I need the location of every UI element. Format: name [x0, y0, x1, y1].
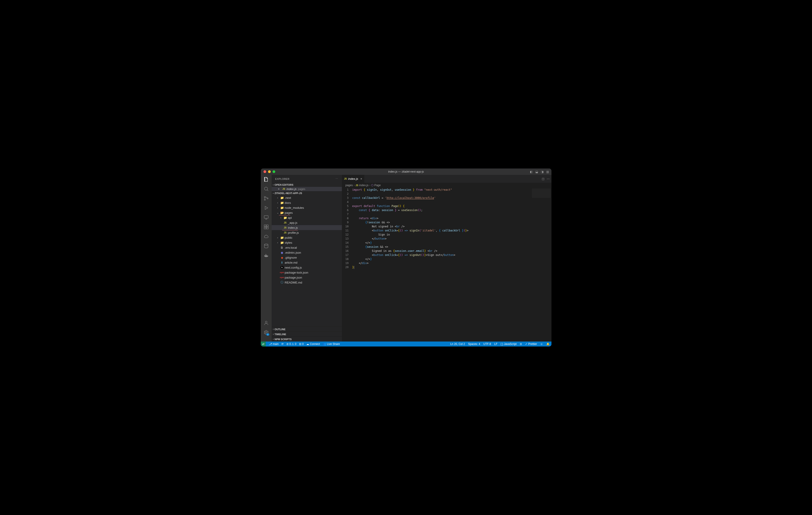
svg-point-2 — [264, 199, 265, 201]
cloud-icon[interactable] — [263, 234, 269, 239]
indentation[interactable]: Spaces: 4 — [468, 342, 480, 345]
svg-rect-5 — [264, 225, 266, 227]
npm-scripts-section[interactable]: ›NPM SCRIPTS — [272, 337, 342, 341]
split-editor-icon[interactable]: ◫ — [542, 177, 545, 181]
vscode-window: index.js — zitadel-next-app-js ◧ ⬓ ◨ ▥ 1 — [261, 169, 551, 346]
eslint-icon[interactable]: ⊝ — [520, 342, 522, 345]
tree-item-pages[interactable]: ⌄📂pages — [272, 210, 342, 215]
svg-rect-6 — [266, 225, 268, 227]
tree-item--app-js[interactable]: JS_app.js — [272, 220, 342, 225]
toggle-left-panel-icon[interactable]: ◧ — [529, 170, 533, 173]
run-debug-icon[interactable] — [263, 205, 269, 211]
database-icon[interactable] — [263, 243, 269, 249]
titlebar[interactable]: index.js — zitadel-next-app-js ◧ ⬓ ◨ ▥ — [261, 169, 551, 175]
svg-point-0 — [264, 187, 267, 190]
svg-point-14 — [265, 321, 267, 323]
traffic-lights — [263, 170, 275, 173]
editor-area[interactable]: 1234567891011121314151617181920 import {… — [342, 188, 551, 341]
minimap[interactable] — [531, 188, 551, 341]
tree-item-package-lock-json[interactable]: npmpackage-lock.json — [272, 270, 342, 275]
docker-icon[interactable] — [263, 253, 269, 258]
tree-item-readme-md[interactable]: ⓘREADME.md — [272, 280, 342, 285]
open-editor-name: index.js — [287, 187, 296, 191]
git-branch[interactable]: ⎇ main — [269, 342, 279, 345]
svg-rect-10 — [265, 255, 265, 256]
editor-group: JS index.js × ◫ ⋯ pages› JS index.js› ⬡ … — [342, 175, 551, 341]
svg-rect-4 — [264, 216, 268, 218]
open-editors-section[interactable]: ›OPEN EDITORS — [272, 183, 342, 187]
customize-layout-icon[interactable]: ▥ — [546, 170, 550, 173]
layout-controls: ◧ ⬓ ◨ ▥ — [529, 170, 550, 173]
cursor-position[interactable]: Ln 20, Col 2 — [450, 342, 465, 345]
tree-item-index-js[interactable]: JSindex.js — [272, 225, 342, 230]
js-icon: JS — [283, 188, 285, 190]
feedback-icon[interactable]: ☺ — [540, 342, 543, 345]
ports[interactable]: ⊟ 0 — [299, 342, 303, 345]
remote-indicator[interactable]: ⇄ — [261, 341, 266, 346]
toggle-right-panel-icon[interactable]: ◨ — [540, 170, 544, 173]
more-actions-icon[interactable]: ⋯ — [547, 177, 550, 181]
toggle-bottom-panel-icon[interactable]: ⬓ — [535, 170, 539, 173]
tab-bar: JS index.js × ◫ ⋯ — [342, 175, 551, 183]
sync-icon[interactable]: ⟳ — [281, 342, 284, 345]
encoding[interactable]: UTF-8 — [483, 342, 491, 345]
svg-point-15 — [265, 332, 267, 333]
search-icon[interactable] — [263, 186, 269, 191]
more-icon[interactable]: ⋯ — [336, 177, 338, 180]
svg-rect-11 — [265, 255, 266, 256]
open-editor-item[interactable]: × JS index.js pages — [272, 187, 342, 191]
tree-item--gitignore[interactable]: ◆.gitignore — [272, 255, 342, 260]
source-control-icon[interactable] — [263, 196, 269, 201]
extensions-icon[interactable] — [263, 224, 269, 230]
settings-icon[interactable]: 1 — [263, 330, 269, 335]
language-mode[interactable]: { } JavaScript — [500, 342, 517, 345]
tree-item--eslintrc-json[interactable]: ◉.eslintrc.json — [272, 250, 342, 255]
js-icon: JS — [344, 178, 347, 180]
tab-index-js[interactable]: JS index.js × — [342, 175, 365, 183]
timeline-section[interactable]: ›TIMELINE — [272, 332, 342, 337]
status-bar: ⇄ ⎇ main ⟳ ⊘ 0 ⚠ 0 ⊟ 0 ☁ Connect 👥 Live … — [261, 341, 551, 346]
maximize-icon[interactable] — [272, 170, 275, 173]
explorer-header: EXPLORER ⋯ — [272, 175, 342, 183]
prettier[interactable]: ✓ Prettier — [525, 342, 537, 345]
tree-item-node-modules[interactable]: ›📁node_modules — [272, 205, 342, 210]
tree-item-next-config-js[interactable]: Nnext.config.js — [272, 265, 342, 270]
svg-rect-8 — [266, 227, 268, 229]
svg-point-9 — [264, 244, 268, 245]
project-section[interactable]: ›ZITADEL-NEXT-APP-JS — [272, 191, 342, 195]
code-content[interactable]: import { signIn, signOut, useSession } f… — [352, 188, 531, 341]
remote-explorer-icon[interactable] — [263, 215, 269, 220]
file-tree: ›📁.next›📁docs›📁node_modules⌄📂pages›📁apiJ… — [272, 195, 342, 327]
tree-item--next[interactable]: ›📁.next — [272, 195, 342, 200]
tree-item-public[interactable]: ›📁public — [272, 235, 342, 240]
eol[interactable]: LF — [494, 342, 497, 345]
svg-rect-7 — [264, 227, 266, 229]
close-icon[interactable] — [263, 170, 266, 173]
activity-bar: 1 — [261, 175, 272, 341]
tree-item--env-local[interactable]: 🗎.env.local — [272, 245, 342, 250]
breadcrumb[interactable]: pages› JS index.js› ⬡ Page — [342, 183, 551, 188]
open-editor-path: pages — [298, 187, 306, 191]
tree-item-styles[interactable]: ›📁styles — [272, 240, 342, 245]
tree-item-article-md[interactable]: ⬇article.md — [272, 260, 342, 265]
account-icon[interactable] — [263, 320, 269, 326]
tree-item-docs[interactable]: ›📁docs — [272, 200, 342, 205]
explorer-icon[interactable] — [263, 177, 269, 182]
sidebar: EXPLORER ⋯ ›OPEN EDITORS × JS index.js p… — [272, 175, 342, 341]
tree-item-package-json[interactable]: npmpackage.json — [272, 275, 342, 280]
svg-point-1 — [264, 196, 265, 198]
svg-rect-12 — [266, 255, 267, 256]
minimize-icon[interactable] — [268, 170, 271, 173]
tree-item-api[interactable]: ›📁api — [272, 215, 342, 220]
notifications-icon[interactable]: 🔔 — [546, 342, 550, 345]
live-share-button[interactable]: 👥 Live Share — [323, 342, 340, 345]
tab-label: index.js — [348, 177, 358, 181]
close-icon[interactable]: × — [278, 187, 281, 191]
line-gutter: 1234567891011121314151617181920 — [342, 188, 352, 341]
outline-section[interactable]: ›OUTLINE — [272, 327, 342, 332]
problems[interactable]: ⊘ 0 ⚠ 0 — [286, 342, 296, 345]
connect-button[interactable]: ☁ Connect — [306, 342, 320, 345]
close-tab-icon[interactable]: × — [360, 177, 362, 181]
svg-rect-13 — [265, 254, 266, 255]
tree-item-profile-js[interactable]: JSprofile.js — [272, 230, 342, 235]
